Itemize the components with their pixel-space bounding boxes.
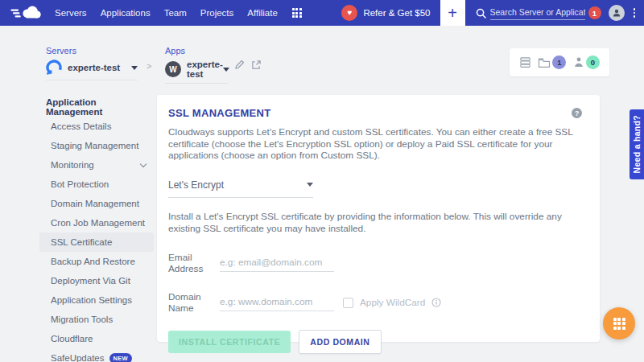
sidebar-item-label: Staging Management	[51, 141, 138, 150]
email-row: Email Address	[168, 252, 588, 274]
wildcard-group: Apply WildCard	[343, 297, 441, 308]
search-icon	[476, 8, 486, 19]
sidebar-item-label: Cron Job Management	[51, 218, 145, 228]
sidebar-item-safeupdates[interactable]: SafeUpdatesNEW	[39, 348, 154, 362]
help-icon[interactable]: ?	[572, 108, 582, 118]
external-link-icon[interactable]	[251, 60, 262, 70]
ssl-management-card: SSL MANAGEMENT Cloudways supports Let's …	[157, 95, 600, 342]
cloud-logo-icon	[10, 4, 43, 22]
app-dropdown[interactable]: W experte-test	[165, 60, 229, 84]
button-row: INSTALL CERTIFICATE ADD DOMAIN	[168, 330, 588, 354]
email-field[interactable]	[220, 255, 334, 272]
sidebar-header: Application Management	[39, 97, 154, 117]
team-member-icon	[573, 56, 584, 68]
domain-label: Domain Name	[168, 291, 220, 314]
server-dropdown-value: experte-test	[68, 63, 120, 72]
domain-row: Domain Name Apply WildCard	[168, 291, 588, 314]
servers-label: Servers	[46, 46, 138, 56]
install-certificate-button[interactable]: INSTALL CERTIFICATE	[168, 331, 291, 353]
apps-label: Apps	[165, 46, 229, 56]
sidebar-item-ssl-certificate[interactable]: SSL Certificate	[39, 232, 154, 252]
nav-right-group: ♥ Refer & Get $50 + 1	[341, 0, 644, 26]
domain-field[interactable]	[220, 294, 334, 311]
server-provider-icon	[46, 60, 62, 76]
sidebar-item-staging-management[interactable]: Staging Management	[39, 136, 154, 155]
ssl-type-select[interactable]: Let's Encrypt	[168, 179, 313, 198]
grid-icon	[613, 318, 625, 330]
sidebar-item-label: Deployment Via Git	[51, 276, 130, 286]
sidebar-item-label: Bot Protection	[51, 179, 109, 189]
sidebar-item-label: Monitoring	[51, 160, 94, 170]
chevron-down-icon	[307, 183, 313, 187]
nav-item-applications[interactable]: Applications	[101, 8, 151, 18]
top-navigation-bar: ServersApplicationsTeamProjectsAffiliate…	[0, 0, 644, 26]
wordpress-icon: W	[165, 61, 181, 77]
sidebar-item-label: Migration Tools	[51, 315, 113, 324]
chevron-down-icon	[131, 66, 138, 70]
sidebar-item-label: Backup And Restore	[51, 257, 135, 266]
refer-button[interactable]: ♥ Refer & Get $50	[341, 5, 430, 21]
sidebar-item-label: Cloudflare	[51, 334, 93, 343]
quick-actions-fab[interactable]	[603, 307, 635, 339]
nav-links: ServersApplicationsTeamProjectsAffiliate	[55, 8, 278, 18]
user-avatar[interactable]	[609, 5, 625, 21]
new-badge: NEW	[109, 353, 132, 362]
server-stack-icon	[519, 56, 531, 68]
sidebar-item-monitoring[interactable]: Monitoring	[39, 155, 154, 175]
team-count-badge: 0	[586, 56, 600, 69]
folder-icon	[538, 57, 551, 68]
server-dropdown[interactable]: experte-test	[46, 60, 138, 80]
add-new-button[interactable]: +	[440, 0, 465, 26]
cloudways-logo[interactable]	[10, 4, 43, 22]
heart-icon: ♥	[341, 5, 357, 21]
refer-label: Refer & Get $50	[363, 8, 430, 18]
sidebar-item-label: SafeUpdates	[51, 353, 105, 362]
nav-item-projects[interactable]: Projects	[200, 8, 234, 18]
user-icon	[612, 8, 621, 18]
ssl-type-value: Let's Encrypt	[168, 179, 224, 191]
chevron-down-icon	[140, 160, 147, 167]
sidebar-item-cloudflare[interactable]: Cloudflare	[39, 329, 154, 348]
sidebar-item-access-details[interactable]: Access Details	[39, 117, 154, 136]
sidebar-item-bot-protection[interactable]: Bot Protection	[39, 175, 154, 194]
need-a-hand-label: Need a hand?	[632, 115, 642, 173]
breadcrumb-separator: >	[147, 61, 151, 71]
application-sidebar: Application Management Access DetailsSta…	[39, 97, 154, 362]
projects-count-badge: 1	[552, 56, 566, 69]
sidebar-item-application-settings[interactable]: Application Settings	[39, 290, 154, 310]
install-note: Install a Let's Encrypt SSL certificate …	[168, 211, 597, 235]
server-selector-group: Servers experte-test	[46, 46, 138, 80]
projects-button[interactable]: 1	[538, 56, 566, 69]
nav-item-affiliate[interactable]: Affiliate	[247, 8, 278, 18]
apps-grid-icon[interactable]	[292, 8, 302, 18]
app-tools	[234, 60, 262, 70]
server-list-button[interactable]	[519, 56, 531, 68]
sidebar-item-label: Access Details	[51, 121, 111, 131]
nav-item-servers[interactable]: Servers	[55, 8, 87, 18]
sidebar-item-label: SSL Certificate	[51, 237, 112, 247]
nav-item-team[interactable]: Team	[164, 8, 187, 18]
chevron-down-icon	[223, 68, 229, 72]
sidebar-item-deployment-via-git[interactable]: Deployment Via Git	[39, 271, 154, 290]
edit-pencil-icon[interactable]	[234, 60, 245, 70]
add-domain-button[interactable]: ADD DOMAIN	[299, 330, 381, 354]
need-a-hand-tab[interactable]: Need a hand?	[630, 109, 644, 179]
wildcard-checkbox[interactable]	[343, 298, 353, 308]
sidebar-item-label: Domain Management	[51, 199, 139, 208]
app-dropdown-value: experte-test	[187, 60, 223, 79]
sidebar-items: Access DetailsStaging ManagementMonitori…	[39, 117, 154, 362]
sidebar-item-cron-job-management[interactable]: Cron Job Management	[39, 213, 154, 232]
sidebar-item-backup-and-restore[interactable]: Backup And Restore	[39, 252, 154, 271]
sidebar-item-label: Application Settings	[51, 295, 132, 305]
more-options-icon[interactable]	[632, 6, 638, 19]
notification-badge[interactable]: 1	[588, 6, 601, 19]
info-icon[interactable]	[431, 298, 441, 307]
email-label: Email Address	[168, 252, 220, 274]
search-area	[476, 6, 585, 20]
sidebar-item-domain-management[interactable]: Domain Management	[39, 194, 154, 213]
search-input[interactable]	[490, 6, 585, 20]
quick-status-panel: 1 0	[510, 48, 609, 76]
team-button[interactable]: 0	[573, 56, 600, 69]
sidebar-item-migration-tools[interactable]: Migration Tools	[39, 310, 154, 329]
wildcard-label: Apply WildCard	[360, 297, 425, 308]
